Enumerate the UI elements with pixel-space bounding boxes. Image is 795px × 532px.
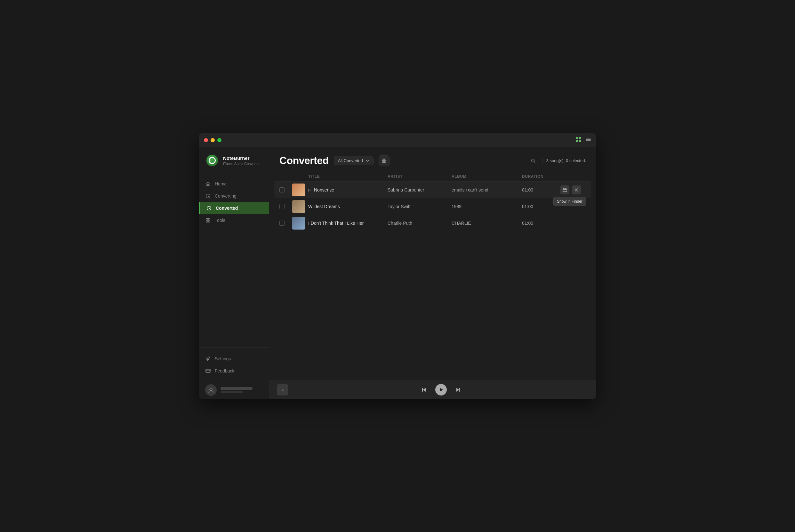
app-window: NoteBurner iTunes Audio Converter Home [199, 133, 596, 399]
feedback-icon [205, 368, 211, 374]
play-row-icon-1[interactable]: ▷ [308, 188, 311, 192]
table-row[interactable]: Wildest Dreams Taylor Swift 1989 01:00 [274, 198, 591, 215]
svg-rect-1 [579, 137, 581, 139]
main-content: Converted All Converted [269, 147, 596, 399]
song-title-3: I Don't Think That I Like Her [308, 221, 387, 226]
next-button[interactable] [453, 385, 464, 395]
app-logo-inner [206, 155, 218, 166]
music-note-icon: ♪ [281, 387, 284, 393]
svg-rect-20 [384, 161, 386, 163]
svg-rect-11 [206, 221, 208, 222]
player-controls [293, 384, 589, 396]
sidebar-item-settings-label: Settings [215, 356, 231, 361]
svg-marker-26 [423, 388, 426, 392]
sidebar-item-converting-label: Converting [215, 193, 236, 198]
app-name-block: NoteBurner iTunes Audio Converter [223, 155, 260, 166]
sidebar-item-converting[interactable]: Converting [199, 190, 269, 202]
svg-rect-19 [382, 161, 384, 163]
player-bar: ♪ [269, 380, 596, 399]
song-title-label-2: Wildest Dreams [308, 204, 340, 209]
svg-rect-12 [209, 221, 210, 222]
nav-section: Home Converting [199, 175, 269, 347]
header-album: ALBUM [452, 174, 522, 179]
sidebar-item-settings[interactable]: Settings [199, 353, 269, 365]
album-art-3 [292, 217, 305, 230]
sidebar-item-home[interactable]: Home [199, 178, 269, 190]
svg-marker-29 [456, 388, 459, 392]
filter-dropdown[interactable]: All Converted [334, 156, 374, 165]
music-note-button[interactable]: ♪ [277, 384, 288, 396]
header-title: TITLE [308, 174, 387, 179]
traffic-lights [204, 138, 221, 142]
song-title-label-1: Nonsense [314, 187, 334, 192]
svg-rect-0 [576, 137, 578, 139]
app-logo [205, 153, 219, 168]
remove-button-1[interactable] [572, 186, 581, 194]
settings-icon [205, 356, 211, 362]
svg-marker-28 [440, 388, 443, 392]
artist-1: Sabrina Carpenter [387, 187, 452, 192]
sidebar-item-home-label: Home [215, 181, 227, 186]
app-body: NoteBurner iTunes Audio Converter Home [199, 147, 596, 399]
svg-point-16 [210, 388, 212, 391]
main-header: Converted All Converted [269, 147, 596, 172]
sidebar-item-feedback[interactable]: Feedback [199, 365, 269, 377]
converted-icon [206, 205, 212, 211]
svg-rect-9 [206, 218, 208, 220]
titlebar [199, 133, 596, 147]
album-art-placeholder-1 [292, 184, 305, 196]
svg-line-22 [534, 162, 535, 163]
album-art-placeholder-2 [292, 200, 305, 213]
tools-icon [205, 217, 211, 223]
prev-button[interactable] [419, 385, 429, 395]
minimize-button[interactable] [211, 138, 215, 142]
duration-1: 01:00 [522, 187, 560, 192]
maximize-button[interactable] [217, 138, 221, 142]
row-checkbox-1[interactable] [279, 187, 285, 192]
grid-view-button[interactable] [379, 155, 390, 166]
svg-rect-3 [579, 140, 581, 142]
row-checkbox-3[interactable] [279, 221, 285, 226]
song-count: 3 song(s), 0 selected. [546, 158, 586, 163]
sidebar-item-tools-label: Tools [215, 218, 225, 223]
search-button[interactable] [528, 156, 538, 166]
sidebar-bottom: Settings Feedback [199, 347, 269, 381]
close-button[interactable] [204, 138, 208, 142]
main-header-right: 3 song(s), 0 selected. [528, 156, 586, 166]
header-artist: ARTIST [387, 174, 452, 179]
table-row[interactable]: ▷ Nonsense Sabrina Carpenter emails i ca… [274, 182, 591, 198]
sidebar-item-feedback-label: Feedback [215, 368, 234, 374]
header-actions [560, 174, 586, 179]
table-row[interactable]: I Don't Think That I Like Her Charlie Pu… [274, 215, 591, 231]
show-in-finder-button-1[interactable] [560, 186, 570, 194]
converting-icon [205, 193, 211, 199]
user-bar [199, 381, 269, 399]
app-subtitle: iTunes Audio Converter [223, 162, 260, 166]
song-title-label-3: I Don't Think That I Like Her [308, 221, 364, 226]
home-icon [205, 181, 211, 187]
svg-point-13 [207, 358, 209, 360]
filter-label: All Converted [338, 158, 363, 163]
grid-view-icon[interactable] [576, 136, 581, 144]
user-name-placeholder [220, 387, 253, 390]
menu-icon[interactable] [585, 136, 591, 144]
header-duration: DURATION [522, 174, 560, 179]
user-sub-placeholder [220, 391, 243, 393]
svg-rect-17 [382, 159, 384, 160]
album-art-2 [292, 200, 305, 213]
album-2: 1989 [452, 204, 522, 209]
app-name: NoteBurner [223, 155, 260, 162]
play-button[interactable] [435, 384, 447, 396]
song-table: TITLE ARTIST ALBUM DURATION ▷ Nonsense [269, 172, 596, 380]
row-actions-1 [560, 186, 586, 194]
album-3: CHARLIE [452, 221, 522, 226]
header-divider [542, 158, 542, 164]
album-art-1 [292, 184, 305, 196]
artist-2: Taylor Swift [387, 204, 452, 209]
duration-3: 01:00 [522, 221, 560, 226]
svg-rect-30 [459, 388, 460, 392]
app-logo-ring [209, 157, 216, 164]
row-checkbox-2[interactable] [279, 204, 285, 209]
sidebar-item-tools[interactable]: Tools [199, 214, 269, 226]
sidebar-item-converted[interactable]: Converted [199, 202, 269, 214]
